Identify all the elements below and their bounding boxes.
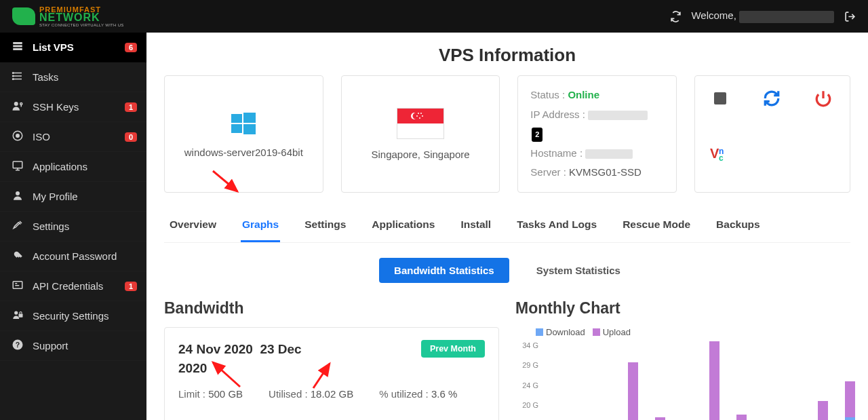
- svg-point-25: [416, 115, 418, 117]
- sidebar-item-ssh-keys[interactable]: SSH Keys1: [0, 92, 146, 122]
- svg-rect-28: [714, 92, 726, 104]
- chart-yaxis: 34 G29 G24 G20 G15 G: [519, 341, 541, 421]
- chart-bars: [547, 341, 850, 421]
- tab-tasks-and-logs[interactable]: Tasks And Logs: [515, 212, 598, 242]
- sidebar-icon: [11, 279, 24, 293]
- flag-icon: [397, 108, 444, 139]
- svg-point-26: [422, 115, 423, 117]
- sidebar-item-label: My Profile: [33, 191, 78, 202]
- tab-rescue-mode[interactable]: Rescue Mode: [621, 212, 692, 242]
- sidebar-item-label: Settings: [33, 221, 69, 232]
- sidebar-icon: [11, 219, 24, 233]
- bar-group: [736, 415, 760, 421]
- sidebar-item-my-profile[interactable]: My Profile: [0, 182, 146, 212]
- logo-mark-icon: [12, 7, 35, 25]
- svg-point-4: [13, 75, 14, 77]
- svg-point-23: [418, 113, 419, 114]
- svg-point-7: [20, 103, 22, 105]
- sidebar-icon: ?: [11, 339, 24, 353]
- sidebar-item-api-credentials[interactable]: API Credentials1: [0, 271, 146, 301]
- tab-overview[interactable]: Overview: [168, 212, 218, 242]
- bandwidth-percent: % utilized : 3.6 %: [379, 388, 457, 400]
- sidebar-icon: [11, 159, 24, 174]
- sidebar-item-settings[interactable]: Settings: [0, 212, 146, 242]
- os-label: windows-server2019-64bit: [184, 147, 303, 158]
- bandwidth-panel: Bandwidth 24 Nov 2020 23 Dec 2020 Prev M…: [164, 299, 499, 421]
- vnc-button[interactable]: Vnc: [710, 143, 730, 164]
- sidebar-item-security-settings[interactable]: Security Settings: [0, 301, 146, 331]
- page-title: VPS Information: [164, 45, 850, 66]
- sidebar-item-applications[interactable]: Applications: [0, 152, 146, 182]
- monthly-chart-panel: Monthly Chart Download Upload 34 G29 G24…: [515, 299, 850, 421]
- server-value: KVMSG01-SSD: [569, 166, 642, 178]
- ip-redacted: [588, 111, 648, 120]
- sidebar: List VPS6TasksSSH Keys1ISO0ApplicationsM…: [0, 33, 146, 420]
- sidebar-badge: 6: [125, 43, 137, 52]
- bandwidth-heading: Bandwidth: [164, 299, 499, 318]
- power-button[interactable]: [813, 88, 833, 109]
- sidebar-item-label: Tasks: [33, 71, 58, 83]
- sidebar-item-tasks[interactable]: Tasks: [0, 62, 146, 92]
- sidebar-item-label: ISO: [33, 131, 50, 142]
- ip-label: IP Address :: [530, 109, 585, 120]
- subtab-system[interactable]: System Statistics: [521, 258, 635, 283]
- sidebar-icon: [11, 309, 24, 323]
- tab-applications[interactable]: Applications: [370, 212, 436, 242]
- logout-icon[interactable]: [844, 10, 856, 22]
- refresh-icon[interactable]: [669, 10, 682, 22]
- sidebar-item-label: API Credentials: [33, 280, 103, 292]
- svg-text:c: c: [719, 153, 724, 161]
- logo-text: PREMIUMFAST NETWORK STAY CONNECTED VIRTU…: [39, 6, 124, 27]
- sidebar-icon: [11, 189, 24, 204]
- svg-rect-17: [231, 114, 242, 123]
- sidebar-icon: [11, 130, 24, 144]
- svg-rect-20: [243, 124, 256, 134]
- username-redacted: [739, 11, 834, 23]
- svg-text:?: ?: [16, 341, 20, 349]
- sidebar-badge: 1: [125, 102, 137, 112]
- tab-backups[interactable]: Backups: [715, 212, 762, 242]
- svg-rect-14: [19, 314, 23, 318]
- sidebar-item-list-vps[interactable]: List VPS6: [0, 33, 146, 62]
- server-label: Server :: [530, 166, 566, 178]
- svg-text:V: V: [710, 146, 719, 161]
- card-location: Singapore, Singapore: [341, 75, 500, 193]
- tabs-bar: OverviewGraphsSettingsApplicationsInstal…: [164, 212, 850, 243]
- sidebar-item-iso[interactable]: ISO0: [0, 122, 146, 152]
- sidebar-item-support[interactable]: ?Support: [0, 331, 146, 361]
- bar-group: [709, 341, 732, 421]
- svg-point-3: [13, 73, 14, 74]
- main-content: VPS Information windows-server2019-64bit…: [146, 33, 868, 420]
- tab-settings[interactable]: Settings: [303, 212, 347, 242]
- sidebar-badge: 1: [125, 282, 137, 291]
- monthly-heading: Monthly Chart: [515, 299, 850, 318]
- sidebar-item-account-password[interactable]: Account Password: [0, 242, 146, 271]
- svg-rect-2: [13, 48, 22, 50]
- sidebar-item-label: List VPS: [33, 41, 74, 53]
- card-actions: Vnc: [694, 75, 850, 193]
- status-label: Status :: [530, 89, 565, 100]
- tab-graphs[interactable]: Graphs: [241, 212, 280, 242]
- svg-rect-10: [13, 161, 22, 168]
- svg-point-11: [16, 191, 20, 195]
- sidebar-icon: [11, 100, 24, 114]
- sidebar-badge: 0: [125, 132, 137, 142]
- ip-count-badge: 2: [532, 128, 542, 142]
- stop-button[interactable]: [710, 88, 730, 109]
- svg-point-13: [14, 311, 18, 314]
- prev-month-button[interactable]: Prev Month: [421, 340, 485, 358]
- chart-legend: Download Upload: [536, 327, 850, 337]
- brand-logo[interactable]: PREMIUMFAST NETWORK STAY CONNECTED VIRTU…: [12, 6, 124, 27]
- location-label: Singapore, Singapore: [371, 149, 469, 160]
- card-os: windows-server2019-64bit: [164, 75, 323, 193]
- svg-point-9: [16, 134, 20, 138]
- svg-rect-0: [13, 42, 22, 44]
- restart-button[interactable]: [762, 88, 782, 109]
- hostname-redacted: [585, 149, 633, 159]
- tab-install[interactable]: Install: [459, 212, 492, 242]
- sidebar-item-label: Account Password: [33, 250, 117, 262]
- svg-rect-1: [13, 45, 22, 47]
- svg-point-24: [420, 113, 422, 114]
- subtab-bandwidth[interactable]: Bandwidth Statistics: [379, 258, 509, 283]
- bandwidth-date-range: 24 Nov 2020 23 Dec 2020: [178, 340, 314, 379]
